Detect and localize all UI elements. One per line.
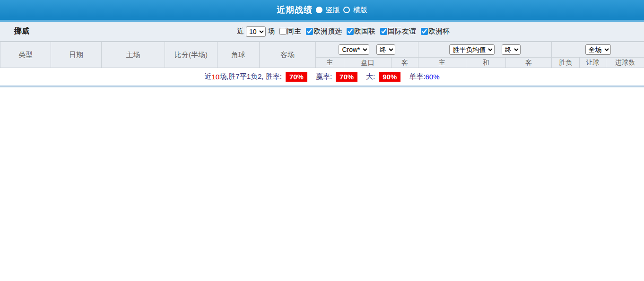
team-name: 挪威 bbox=[14, 26, 29, 36]
avg-type-select[interactable]: 胜平负均值 bbox=[449, 44, 495, 55]
summary-near-label: 近 bbox=[204, 72, 211, 81]
header-row-top: 类型 日期 主场 比分(半场) 角球 客场 Crow* 终 胜平负均值 bbox=[0, 42, 644, 58]
summary-count: 10 bbox=[211, 73, 219, 81]
odds-group-header: Crow* 终 bbox=[316, 42, 418, 58]
scope-group-header: 全场 bbox=[552, 42, 644, 58]
vertical-layout-radio[interactable] bbox=[316, 7, 322, 13]
scope-select[interactable]: 全场 bbox=[585, 44, 611, 55]
league-filter-euro-cup[interactable]: 欧洲杯 bbox=[418, 27, 450, 36]
col-header-date: 日期 bbox=[51, 42, 102, 68]
subheader-handicap: 盘口 bbox=[344, 58, 392, 68]
recent-results-panel: 近期战绩 竖版 横版 挪威 近 10 场 同主 欧洲预选 欧国联 bbox=[0, 0, 644, 281]
subheader-avg-draw: 和 bbox=[466, 58, 506, 68]
horizontal-layout-radio[interactable] bbox=[343, 7, 350, 13]
win-rate-badge: 70% bbox=[286, 72, 307, 82]
filter-bar: 挪威 近 10 场 同主 欧洲预选 欧国联 国际友谊 bbox=[0, 22, 644, 42]
avg-group-header: 胜平负均值 终 bbox=[418, 42, 552, 58]
single-rate-value: 60% bbox=[425, 73, 439, 81]
euro-cup-label[interactable]: 欧洲杯 bbox=[428, 27, 450, 36]
nations-league-label[interactable]: 欧国联 bbox=[354, 27, 375, 36]
subheader-odds-away: 客 bbox=[392, 58, 418, 68]
subheader-win-loss: 胜负 bbox=[552, 58, 580, 68]
subheader-handicap-result: 让球 bbox=[580, 58, 606, 68]
filter-controls: 近 10 场 同主 欧洲预选 欧国联 国际友谊 bbox=[237, 26, 450, 37]
horizontal-layout-label[interactable]: 横版 bbox=[353, 6, 367, 15]
col-header-away: 客场 bbox=[260, 42, 316, 68]
summary-bar: 近10场,胜7平1负2, 胜率: 70% 赢率: 70% 大: 90% 单率: … bbox=[0, 68, 644, 85]
panel-title: 近期战绩 bbox=[277, 4, 313, 16]
bottom-divider bbox=[0, 85, 644, 87]
league-filter-euro-qualifiers[interactable]: 欧洲预选 bbox=[303, 27, 342, 36]
avg-period-select[interactable]: 终 bbox=[502, 44, 521, 55]
handicap-rate-badge: 70% bbox=[336, 72, 357, 82]
near-label: 近 bbox=[237, 27, 244, 36]
subheader-avg-away: 客 bbox=[506, 58, 552, 68]
odds-period-select[interactable]: 终 bbox=[376, 44, 395, 55]
euro-cup-checkbox[interactable] bbox=[421, 28, 428, 35]
title-bar: 近期战绩 竖版 横版 bbox=[0, 0, 644, 22]
col-header-score: 比分(半场) bbox=[165, 42, 218, 68]
games-count-select[interactable]: 10 bbox=[246, 26, 266, 37]
friendly-label[interactable]: 国际友谊 bbox=[388, 27, 416, 36]
euro-qualifiers-checkbox[interactable] bbox=[306, 28, 313, 35]
vertical-layout-label[interactable]: 竖版 bbox=[326, 6, 340, 15]
odds-company-select[interactable]: Crow* bbox=[339, 44, 369, 55]
handicap-rate-label: 赢率: bbox=[316, 72, 332, 81]
col-header-type: 类型 bbox=[0, 42, 51, 68]
euro-qualifiers-label[interactable]: 欧洲预选 bbox=[313, 27, 342, 36]
subheader-goals: 进球数 bbox=[606, 58, 644, 68]
same-home-checkbox[interactable] bbox=[279, 28, 287, 35]
summary-stats-text: 场,胜7平1负2, 胜率: bbox=[219, 72, 282, 81]
big-rate-label: 大: bbox=[366, 72, 375, 81]
col-header-home: 主场 bbox=[102, 42, 165, 68]
games-label: 场 bbox=[268, 27, 275, 36]
results-table: 类型 日期 主场 比分(半场) 角球 客场 Crow* 终 胜平负均值 bbox=[0, 42, 644, 68]
friendly-checkbox[interactable] bbox=[380, 28, 387, 35]
single-rate-label: 单率: bbox=[409, 72, 425, 81]
league-filter-friendly[interactable]: 国际友谊 bbox=[377, 27, 416, 36]
col-header-corner: 角球 bbox=[218, 42, 260, 68]
big-rate-badge: 90% bbox=[379, 72, 400, 82]
subheader-odds-home: 主 bbox=[316, 58, 344, 68]
subheader-avg-home: 主 bbox=[418, 58, 466, 68]
nations-league-checkbox[interactable] bbox=[347, 28, 354, 35]
same-home-filter[interactable]: 同主 bbox=[277, 27, 301, 36]
same-home-label[interactable]: 同主 bbox=[287, 27, 301, 36]
league-filter-nations-league[interactable]: 欧国联 bbox=[344, 27, 375, 36]
